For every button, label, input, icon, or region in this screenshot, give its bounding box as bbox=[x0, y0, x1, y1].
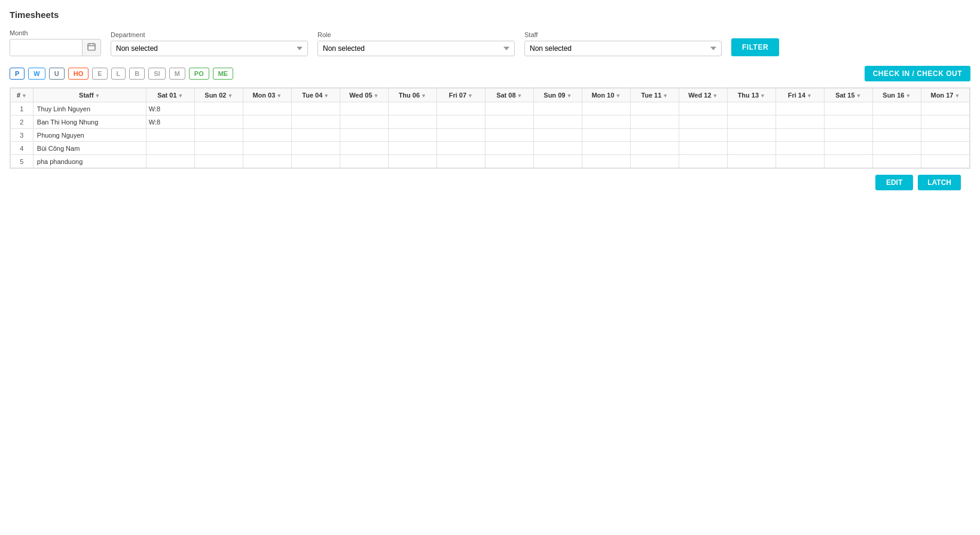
bottom-bar: EDIT LATCH bbox=[10, 169, 970, 196]
sort-icon-fri14[interactable]: ▼ bbox=[807, 93, 812, 99]
sort-icon-tue11[interactable]: ▼ bbox=[663, 93, 668, 99]
legend-bar: P W U HO E L B SI M PO ME CHECK IN / CHE… bbox=[10, 66, 970, 81]
col-header-wed05: Wed 05▼ bbox=[340, 89, 388, 102]
sort-icon-sun02[interactable]: ▼ bbox=[227, 93, 233, 99]
cell-wed05 bbox=[340, 155, 388, 168]
edit-button[interactable]: EDIT bbox=[875, 175, 913, 190]
cell-sat08 bbox=[485, 129, 533, 142]
legend-btn-u[interactable]: U bbox=[49, 68, 65, 80]
cell-thu13 bbox=[727, 142, 776, 155]
cell-tue04 bbox=[291, 115, 340, 129]
month-input[interactable]: 08/2020 bbox=[10, 41, 82, 55]
cell-sat08 bbox=[485, 155, 533, 168]
cell-num: 4 bbox=[11, 142, 33, 155]
department-label: Department bbox=[111, 31, 308, 38]
sort-icon-sat08[interactable]: ▼ bbox=[517, 93, 523, 99]
cell-num: 5 bbox=[11, 155, 33, 168]
department-filter-group: Department Non selected bbox=[111, 31, 308, 56]
cell-sat15 bbox=[824, 142, 872, 155]
cell-sat01 bbox=[146, 155, 194, 168]
cell-sat01: W:8 bbox=[146, 102, 194, 115]
legend-btn-b[interactable]: B bbox=[129, 68, 145, 80]
sort-icon-staff[interactable]: ▼ bbox=[95, 93, 100, 99]
cell-mon10 bbox=[582, 142, 630, 155]
cell-wed05 bbox=[340, 129, 388, 142]
sort-icon-thu06[interactable]: ▼ bbox=[421, 93, 426, 99]
sort-icon-mon10[interactable]: ▼ bbox=[615, 93, 621, 99]
cell-wed12 bbox=[679, 155, 727, 168]
table-row[interactable]: 2Ban Thi Hong NhungW:8 bbox=[11, 115, 970, 129]
cell-staff: pha phanduong bbox=[33, 155, 146, 168]
sort-icon-sat15[interactable]: ▼ bbox=[856, 93, 862, 99]
cell-tue04 bbox=[291, 102, 340, 115]
legend-btn-w[interactable]: W bbox=[28, 68, 45, 80]
legend-btn-si[interactable]: SI bbox=[148, 68, 165, 80]
cell-sun02 bbox=[194, 102, 243, 115]
legend-btn-e[interactable]: E bbox=[92, 68, 107, 80]
staff-select[interactable]: Non selected bbox=[524, 41, 722, 56]
page-title: Timesheets bbox=[10, 10, 970, 20]
timesheet-table-wrapper: #▼ Staff▼ Sat 01▼ Sun 02▼ Mon 03▼ Tue 04… bbox=[10, 87, 970, 169]
cell-thu06 bbox=[388, 155, 436, 168]
cell-fri07 bbox=[436, 129, 485, 142]
table-row[interactable]: 1Thuy Linh NguyenW:8 bbox=[11, 102, 970, 115]
legend-btn-p[interactable]: P bbox=[10, 68, 25, 80]
department-select[interactable]: Non selected bbox=[111, 41, 308, 56]
col-header-sun02: Sun 02▼ bbox=[194, 89, 243, 102]
cell-wed05 bbox=[340, 142, 388, 155]
col-header-sat01: Sat 01▼ bbox=[146, 89, 194, 102]
cell-wed05 bbox=[340, 115, 388, 129]
col-header-sun16: Sun 16▼ bbox=[872, 89, 921, 102]
col-header-tue11: Tue 11▼ bbox=[630, 89, 679, 102]
sort-icon-fri07[interactable]: ▼ bbox=[468, 93, 473, 99]
role-filter-group: Role Non selected bbox=[317, 31, 515, 56]
month-input-wrapper: 08/2020 bbox=[10, 39, 101, 56]
sort-icon-mon17[interactable]: ▼ bbox=[954, 93, 960, 99]
legend-btn-ho[interactable]: HO bbox=[68, 68, 89, 80]
month-label: Month bbox=[10, 29, 101, 37]
sort-icon-mon03[interactable]: ▼ bbox=[276, 93, 282, 99]
legend-btn-l[interactable]: L bbox=[111, 68, 126, 80]
legend-btn-me[interactable]: ME bbox=[213, 68, 234, 80]
table-row[interactable]: 4Bùi Công Nam bbox=[11, 142, 970, 155]
sort-icon-thu13[interactable]: ▼ bbox=[760, 93, 765, 99]
cell-fri14 bbox=[776, 142, 824, 155]
sort-icon-sat01[interactable]: ▼ bbox=[178, 93, 184, 99]
cell-sun09 bbox=[533, 155, 582, 168]
latch-button[interactable]: LATCH bbox=[918, 175, 961, 190]
cell-sat01: W:8 bbox=[146, 115, 194, 129]
cell-staff: Phuong Nguyen bbox=[33, 129, 146, 142]
calendar-button[interactable] bbox=[82, 39, 100, 56]
table-row[interactable]: 5pha phanduong bbox=[11, 155, 970, 168]
svg-rect-0 bbox=[88, 44, 95, 50]
cell-staff: Thuy Linh Nguyen bbox=[33, 102, 146, 115]
checkin-button[interactable]: CHECK IN / CHECK OUT bbox=[865, 66, 970, 81]
sort-icon-sun16[interactable]: ▼ bbox=[905, 93, 911, 99]
timesheet-table: #▼ Staff▼ Sat 01▼ Sun 02▼ Mon 03▼ Tue 04… bbox=[10, 88, 970, 168]
cell-wed12 bbox=[679, 129, 727, 142]
cell-sat08 bbox=[485, 115, 533, 129]
staff-label: Staff bbox=[524, 31, 722, 38]
sort-icon-wed05[interactable]: ▼ bbox=[374, 93, 379, 99]
legend-btn-po[interactable]: PO bbox=[189, 68, 209, 80]
cell-thu06 bbox=[388, 115, 436, 129]
filter-bar: Month 08/2020 Department Non selected bbox=[10, 29, 970, 56]
role-select[interactable]: Non selected bbox=[317, 41, 515, 56]
cell-sat01 bbox=[146, 142, 194, 155]
table-header-row: #▼ Staff▼ Sat 01▼ Sun 02▼ Mon 03▼ Tue 04… bbox=[11, 89, 970, 102]
cell-mon10 bbox=[582, 155, 630, 168]
table-row[interactable]: 3Phuong Nguyen bbox=[11, 129, 970, 142]
cell-fri07 bbox=[436, 155, 485, 168]
sort-icon-sun09[interactable]: ▼ bbox=[566, 93, 572, 99]
cell-sun09 bbox=[533, 115, 582, 129]
cell-tue11 bbox=[630, 155, 679, 168]
col-header-thu06: Thu 06▼ bbox=[388, 89, 436, 102]
legend-btn-m[interactable]: M bbox=[169, 68, 185, 80]
sort-icon-tue04[interactable]: ▼ bbox=[323, 93, 329, 99]
sort-icon-num[interactable]: ▼ bbox=[22, 93, 27, 99]
sort-icon-wed12[interactable]: ▼ bbox=[713, 93, 718, 99]
filter-button[interactable]: FILTER bbox=[731, 38, 779, 56]
cell-staff: Ban Thi Hong Nhung bbox=[33, 115, 146, 129]
cell-mon17 bbox=[921, 115, 969, 129]
cell-mon17 bbox=[921, 155, 969, 168]
